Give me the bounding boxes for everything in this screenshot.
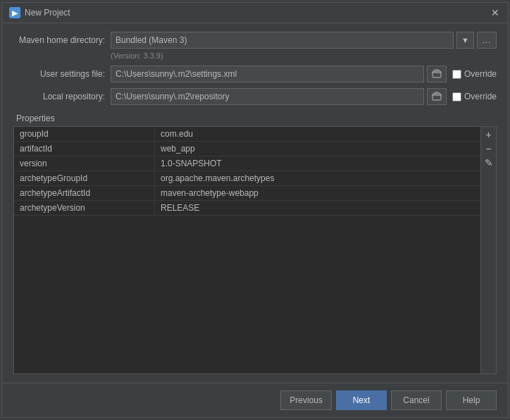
properties-actions: + − ✎: [480, 127, 496, 373]
cancel-button[interactable]: Cancel: [391, 390, 442, 410]
local-repo-override-wrapper: Override: [452, 92, 497, 101]
maven-home-input[interactable]: [111, 32, 454, 49]
local-repo-label: Local repository:: [13, 92, 105, 101]
app-icon: ▶: [9, 7, 20, 18]
local-repo-override-label: Override: [464, 92, 497, 101]
svg-rect-1: [433, 94, 441, 100]
maven-home-input-group: document.querySelector('[data-name="mave…: [111, 32, 497, 49]
prop-value: org.apache.maven.archetypes: [155, 171, 480, 185]
properties-container: groupId com.edu artifactId web_app versi…: [13, 126, 497, 374]
prop-value: com.edu: [155, 127, 480, 141]
help-button[interactable]: Help: [446, 390, 497, 410]
user-settings-row: User settings file: Override: [13, 66, 497, 82]
remove-property-button[interactable]: −: [483, 142, 495, 155]
dialog-footer: Previous Next Cancel Help: [2, 383, 508, 417]
maven-home-row: Maven home directory: document.querySele…: [13, 32, 497, 49]
maven-home-dropdown[interactable]: ▼: [456, 32, 474, 49]
title-bar: ▶ New Project ✕: [2, 3, 508, 23]
properties-section: Properties groupId com.edu artifactId we…: [13, 111, 497, 374]
title-bar-left: ▶ New Project: [9, 7, 70, 18]
maven-version-hint: (Version: 3.3.9): [111, 51, 497, 60]
prop-key: groupId: [14, 127, 155, 141]
table-row[interactable]: archetypeArtifactId maven-archetype-weba…: [14, 186, 480, 201]
user-settings-override-wrapper: Override: [452, 69, 497, 79]
local-repo-input-group: [111, 88, 447, 105]
local-repo-input[interactable]: [111, 88, 424, 105]
table-row[interactable]: version 1.0-SNAPSHOT: [14, 156, 480, 171]
next-button[interactable]: Next: [336, 390, 387, 410]
edit-property-button[interactable]: ✎: [483, 156, 495, 169]
local-repo-browse-button[interactable]: [427, 88, 447, 105]
add-property-button[interactable]: +: [483, 128, 495, 141]
dialog-content: Maven home directory: document.querySele…: [2, 23, 508, 383]
prop-key: artifactId: [14, 142, 155, 156]
prop-value: RELEASE: [155, 201, 480, 215]
table-row[interactable]: groupId com.edu: [14, 127, 480, 142]
prop-key: archetypeArtifactId: [14, 186, 155, 200]
previous-button[interactable]: Previous: [280, 390, 332, 410]
local-repo-row: Local repository: Override: [13, 88, 497, 105]
svg-rect-0: [433, 71, 441, 78]
table-row[interactable]: archetypeGroupId org.apache.maven.archet…: [14, 171, 480, 186]
new-project-dialog: ▶ New Project ✕ Maven home directory: do…: [1, 2, 509, 418]
user-settings-label: User settings file:: [13, 69, 105, 79]
maven-home-browse-button[interactable]: ...: [477, 32, 497, 49]
user-settings-input[interactable]: [111, 66, 424, 82]
prop-value: web_app: [155, 142, 480, 156]
user-settings-input-group: [111, 66, 447, 82]
dialog-title: New Project: [25, 8, 70, 18]
prop-key: archetypeVersion: [14, 201, 155, 215]
properties-table: groupId com.edu artifactId web_app versi…: [14, 127, 480, 373]
prop-value: maven-archetype-webapp: [155, 186, 480, 200]
user-settings-browse-button[interactable]: [427, 66, 447, 82]
properties-title: Properties: [13, 111, 497, 126]
table-row[interactable]: archetypeVersion RELEASE: [14, 201, 480, 216]
table-row[interactable]: artifactId web_app: [14, 142, 480, 156]
close-button[interactable]: ✕: [490, 7, 501, 18]
user-settings-override-checkbox[interactable]: [452, 70, 461, 79]
maven-home-label: Maven home directory:: [13, 35, 105, 45]
prop-value: 1.0-SNAPSHOT: [155, 156, 480, 171]
user-settings-override-label: Override: [464, 69, 497, 79]
local-repo-override-checkbox[interactable]: [452, 92, 461, 101]
prop-key: version: [14, 156, 155, 171]
prop-key: archetypeGroupId: [14, 171, 155, 185]
